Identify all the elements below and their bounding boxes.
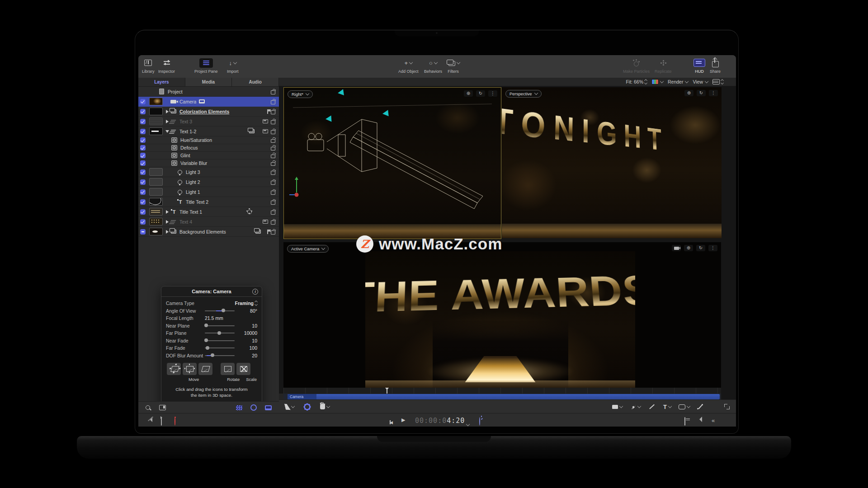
filters-button[interactable]: Filters	[447, 58, 460, 74]
stopwatch-icon[interactable]	[479, 418, 484, 422]
adjust-tool[interactable]	[304, 404, 310, 410]
viewport-menu-active-camera[interactable]: Active Camera	[287, 245, 329, 253]
show-filters-icon[interactable]	[265, 405, 272, 410]
visibility-checkbox-mixed[interactable]	[140, 229, 146, 235]
visibility-checkbox[interactable]	[140, 119, 146, 124]
mute-icon[interactable]	[148, 418, 153, 422]
visibility-checkbox[interactable]	[140, 209, 146, 215]
stepper-icon[interactable]	[645, 80, 647, 84]
layer-row-background-elements[interactable]: Background Elements	[138, 227, 279, 237]
mask-rect-tool[interactable]	[679, 404, 690, 409]
lock-icon[interactable]	[271, 155, 275, 159]
visibility-checkbox[interactable]	[140, 179, 146, 185]
layer-row-colorization-elements[interactable]: Colorization Elements	[138, 107, 279, 117]
stepper-icon[interactable]	[255, 301, 257, 305]
visibility-checkbox[interactable]	[140, 189, 146, 195]
lock-icon[interactable]	[271, 110, 275, 114]
play-button[interactable]: ▶	[401, 417, 406, 422]
share-button[interactable]: Share	[710, 58, 721, 74]
flag-icon[interactable]	[267, 109, 268, 114]
visibility-checkbox[interactable]	[140, 169, 146, 175]
timeline-ruler[interactable]	[283, 388, 721, 394]
layer-row-variable-blur[interactable]: Variable Blur	[138, 160, 279, 167]
orbit-icon[interactable]: ↻	[696, 245, 705, 251]
previous-frame-button[interactable]: ◀	[390, 418, 394, 422]
position-icon[interactable]: ⊕	[684, 245, 693, 251]
visibility-checkbox[interactable]	[140, 99, 146, 104]
timeline-expand-button[interactable]	[724, 404, 730, 409]
lock-icon[interactable]	[271, 181, 275, 185]
position-icon[interactable]: ⊕	[464, 90, 473, 97]
info-icon[interactable]: i	[252, 289, 258, 295]
lock-icon[interactable]	[271, 230, 275, 235]
scale-handle[interactable]	[236, 363, 250, 375]
visibility-checkbox[interactable]	[140, 160, 146, 166]
view-menu[interactable]: View	[693, 79, 708, 84]
move-xy-handle[interactable]	[167, 363, 181, 375]
lock-icon[interactable]	[271, 100, 275, 104]
angle-of-view-slider[interactable]	[205, 310, 235, 311]
behaviors-button[interactable]: ○ Behaviors	[424, 58, 442, 74]
layer-row-light-1[interactable]: Light 1	[138, 187, 279, 197]
dof-blur-slider[interactable]	[205, 355, 235, 356]
hud-button[interactable]: HUD	[693, 58, 705, 74]
visibility-checkbox[interactable]	[140, 129, 146, 134]
screen-icon[interactable]	[263, 220, 268, 224]
layer-row-camera[interactable]: Camera	[138, 97, 279, 107]
record-icon[interactable]	[175, 418, 179, 422]
loop-icon[interactable]	[161, 418, 165, 422]
layout-control[interactable]	[712, 79, 723, 84]
far-plane-slider[interactable]	[205, 333, 235, 333]
near-fade-slider[interactable]	[205, 340, 235, 341]
more-icon[interactable]: ⋮	[488, 90, 497, 97]
stepper-icon[interactable]	[721, 80, 723, 84]
rectangle-tool[interactable]	[612, 405, 623, 409]
near-plane-slider[interactable]	[205, 325, 235, 326]
timecode-display[interactable]: 00:00:04:20	[415, 417, 465, 425]
visibility-checkbox[interactable]	[140, 109, 146, 114]
lock-icon[interactable]	[271, 90, 275, 94]
library-button[interactable]: Library	[142, 58, 155, 74]
visibility-checkbox[interactable]	[140, 137, 146, 143]
orbit-icon[interactable]: ↻	[697, 90, 706, 96]
disclosure-triangle-icon[interactable]	[165, 130, 169, 133]
move-xyz-handle[interactable]	[183, 363, 197, 375]
lock-icon[interactable]	[271, 191, 275, 195]
far-fade-slider[interactable]	[205, 347, 235, 348]
pan-tool[interactable]	[320, 404, 330, 409]
layer-row-project[interactable]: Project	[138, 87, 279, 97]
disclosure-triangle-icon[interactable]	[166, 230, 169, 234]
import-button[interactable]: ↓ Import	[227, 58, 239, 74]
visibility-checkbox[interactable]	[140, 145, 146, 150]
layer-row-text-3[interactable]: Text 3	[138, 117, 279, 127]
layer-row-text-4[interactable]: Text 4	[138, 217, 279, 227]
lock-icon[interactable]	[271, 147, 275, 151]
search-icon[interactable]	[146, 405, 150, 410]
layer-row-title-text-2[interactable]: T Title Text 2	[138, 197, 279, 207]
layer-row-light-3[interactable]: Light 3	[138, 167, 279, 177]
disclosure-triangle-icon[interactable]	[166, 120, 169, 123]
lock-icon[interactable]	[271, 201, 275, 205]
show-behaviors-icon[interactable]	[250, 404, 257, 411]
gear-icon[interactable]	[247, 210, 252, 214]
timecode-menu[interactable]	[467, 419, 471, 424]
visibility-checkbox[interactable]	[140, 219, 146, 225]
hud-toggle-icon[interactable]	[684, 418, 689, 422]
lock-icon[interactable]	[271, 162, 275, 166]
render-menu[interactable]: Render	[668, 79, 688, 84]
disclosure-triangle-icon[interactable]	[166, 220, 169, 224]
filmstrip-icon[interactable]	[159, 405, 166, 410]
lock-icon[interactable]	[271, 139, 275, 143]
make-particles-button[interactable]: Make Particles	[623, 58, 650, 74]
viewport-right-ortho[interactable]: Right* ⊕ ↻ ⋮	[283, 87, 501, 239]
camera-type-value[interactable]: Framing	[235, 300, 254, 306]
layer-row-text-1-2[interactable]: Text 1-2	[138, 127, 279, 136]
layer-row-light-2[interactable]: Light 2	[138, 177, 279, 187]
lock-icon[interactable]	[271, 221, 275, 225]
mask-bezier-tool[interactable]	[697, 404, 703, 409]
disclosure-triangle-icon[interactable]	[166, 210, 169, 214]
channel-swatch-control[interactable]	[651, 79, 663, 84]
project-pane-button[interactable]: Project Pane	[194, 58, 218, 74]
lock-icon[interactable]	[271, 211, 275, 215]
add-object-button[interactable]: + Add Object	[398, 58, 419, 74]
